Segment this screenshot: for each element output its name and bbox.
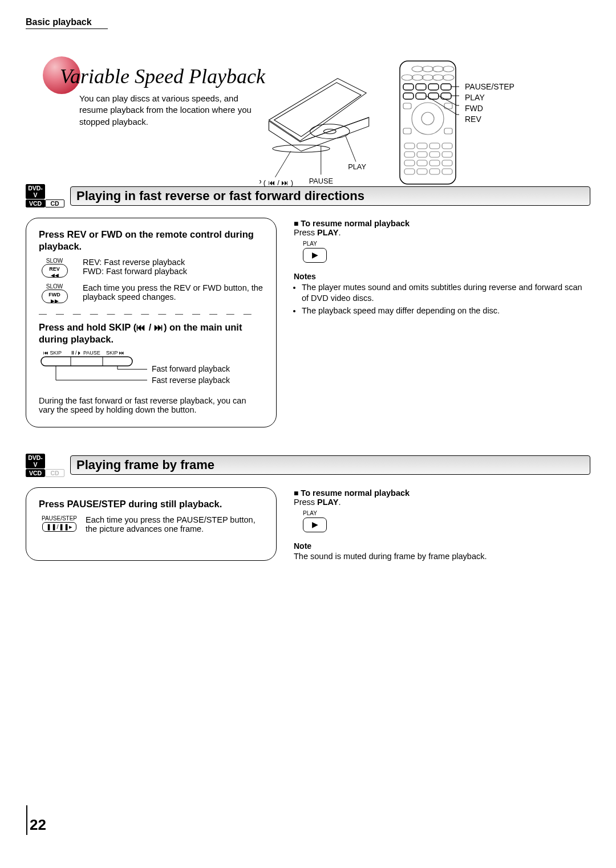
section1-right: ■ To resume normal playback Press PLAY. … [294, 218, 590, 427]
svg-rect-38 [404, 160, 415, 166]
svg-rect-27 [444, 103, 452, 109]
svg-line-5 [275, 151, 290, 177]
remote-illustration [396, 59, 459, 189]
svg-rect-16 [403, 84, 414, 90]
svg-rect-33 [442, 143, 452, 149]
badge2-vcd: VCD [26, 469, 45, 477]
svg-rect-32 [429, 143, 440, 149]
top-area: Variable Speed Playback You can play dis… [26, 36, 590, 184]
svg-rect-29 [444, 128, 452, 134]
fwd-desc: Each time you press the REV or FWD butto… [83, 283, 264, 301]
remote-label-pausestep: PAUSE/STEP [465, 81, 514, 92]
svg-rect-52 [41, 357, 132, 366]
svg-rect-41 [442, 160, 452, 166]
s2-note-head: Note [294, 541, 590, 551]
remote-label-list: PAUSE/STEP PLAY FWD REV [465, 81, 514, 125]
strip-label-left: ⏮ SKIP [43, 350, 62, 356]
s2-resume-head: To resume normal playback [301, 488, 410, 498]
fwd-slow-label: SLOW [46, 283, 63, 290]
rev-key-illustration: SLOW REV◀◀ [39, 258, 70, 278]
player-skip-label: SKIP ( ⏮ / ⏭ ) [260, 178, 293, 187]
s2-resume-body: Press PLAY. [294, 498, 590, 507]
remote-label-fwd: FWD [465, 103, 514, 114]
callout-frev: Fast reverse playback [152, 376, 230, 385]
rev-key-row: SLOW REV◀◀ REV: Fast reverse playback FW… [39, 258, 264, 278]
play-key-illustration-2: PLAY ▶ [303, 510, 590, 532]
play-key-icon-2: ▶ [303, 517, 327, 532]
fwd-key-illustration: SLOW FWD▶▶ [39, 283, 70, 303]
svg-rect-28 [403, 128, 411, 134]
play-key-label: PLAY [303, 241, 590, 247]
svg-rect-43 [417, 169, 427, 174]
media-badges: DVD-V VCD CD [26, 184, 64, 207]
player-play-label: PLAY [348, 162, 366, 171]
svg-rect-18 [428, 84, 439, 90]
section1-body: Press REV or FWD on the remote control d… [26, 218, 590, 427]
badge2-dvdv: DVD-V [26, 454, 45, 468]
remote-label-play: PLAY [465, 92, 514, 103]
svg-rect-21 [416, 93, 426, 99]
pausestep-desc: Each time you press the PAUSE/STEP butto… [86, 515, 264, 533]
fwd-key-row: SLOW FWD▶▶ Each time you press the REV o… [39, 283, 264, 303]
badge-vcd: VCD [26, 199, 45, 207]
svg-rect-42 [404, 169, 415, 174]
svg-rect-35 [417, 152, 427, 157]
section2-title: Playing frame by frame [70, 455, 590, 475]
page-title: Variable Speed Playback [60, 64, 265, 88]
fwd-key-label: FWD [48, 292, 60, 298]
svg-point-8 [422, 66, 433, 72]
svg-point-13 [422, 75, 433, 80]
svg-rect-19 [441, 84, 451, 90]
breadcrumb-underline [26, 28, 108, 29]
s1-notes-head: Notes [294, 272, 590, 281]
strip-label-mid: ⏸/⏵ PAUSE [70, 350, 100, 356]
svg-rect-44 [429, 169, 440, 174]
pausestep-row: PAUSE/STEP ❚❚/❚❚▸ Each time you press th… [39, 515, 264, 533]
breadcrumb: Basic playback [26, 17, 590, 29]
badge-cd: CD [45, 199, 64, 207]
rev-key-label: REV [49, 266, 60, 272]
square-bullet-icon: ■ [294, 219, 301, 228]
section2-panel: Press PAUSE/STEP during still playback. … [26, 487, 277, 561]
section2-body: Press PAUSE/STEP during still playback. … [26, 487, 590, 561]
svg-point-24 [412, 103, 444, 135]
svg-line-48 [439, 96, 457, 105]
svg-rect-34 [404, 152, 415, 157]
play-key-icon: ▶ [303, 248, 327, 263]
svg-rect-23 [441, 93, 451, 99]
s1-resume-body: Press PLAY. [294, 228, 590, 237]
s1-note-2: The playback speed may differ depending … [302, 305, 590, 316]
play-key-illustration: PLAY ▶ [303, 241, 590, 263]
s1-instruction-1: Press REV or FWD on the remote control d… [39, 229, 264, 252]
pausestep-label: PAUSE/STEP [39, 515, 80, 521]
s1-notes-list: The player mutes sound and omits subtitl… [294, 282, 590, 316]
svg-rect-40 [429, 160, 440, 166]
badge-dvdv: DVD-V [26, 184, 45, 199]
s2-instruction-1: Press PAUSE/STEP during still playback. [39, 498, 264, 510]
s1-instruction-2: Press and hold SKIP (⏮ / ⏭) on the main … [39, 321, 264, 345]
svg-rect-20 [403, 93, 414, 99]
section2-head: DVD-V VCD CD Playing frame by frame [26, 454, 590, 477]
s2-note-1: The sound is muted during frame by frame… [294, 552, 590, 561]
s1-resume-head: To resume normal playback [301, 219, 410, 228]
svg-point-11 [402, 75, 413, 80]
player-illustration: PLAY PAUSE SKIP ( ⏮ / ⏭ ) [260, 62, 379, 196]
strip-label-right: SKIP ⏭ [106, 350, 124, 356]
svg-rect-37 [442, 152, 452, 157]
svg-line-3 [346, 136, 356, 162]
page-number: 22 [30, 816, 46, 834]
media-badges-2: DVD-V VCD CD [26, 454, 64, 477]
divider: — — — — — — — — — — — — — [39, 309, 264, 318]
svg-rect-30 [404, 143, 415, 149]
rev-desc-2: FWD: Fast forward playback [83, 267, 264, 276]
svg-point-10 [443, 66, 454, 72]
rev-slow-label: SLOW [46, 258, 63, 264]
square-bullet-icon-2: ■ [294, 488, 301, 498]
svg-rect-31 [417, 143, 427, 149]
page-number-rule [26, 805, 27, 835]
svg-point-7 [412, 66, 423, 72]
rev-desc-1: REV: Fast reverse playback [83, 258, 264, 267]
badge2-cd: CD [45, 469, 64, 477]
svg-point-15 [443, 75, 454, 80]
pausestep-key-icon: ❚❚/❚❚▸ [42, 522, 76, 532]
